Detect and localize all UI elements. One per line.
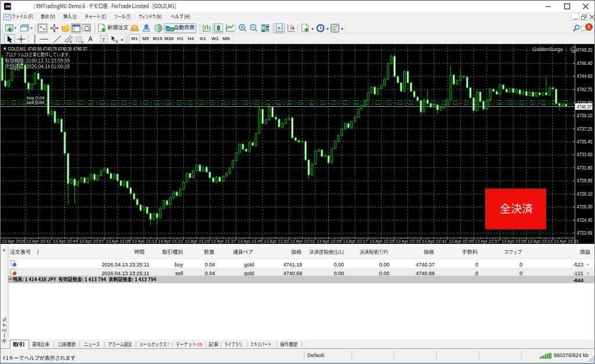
- svg-text:4744.60: 4744.60: [577, 74, 593, 79]
- svg-text:13 Apr 21:05: 13 Apr 21:05: [106, 239, 131, 244]
- svg-text:4729.95: 4729.95: [577, 178, 593, 183]
- svg-text:13 Apr 20:41: 13 Apr 20:41: [26, 239, 51, 244]
- svg-text:4726.30: 4726.30: [577, 204, 593, 210]
- svg-text:13 Apr 2026: 13 Apr 2026: [2, 239, 26, 244]
- svg-text:4722.65: 4722.65: [577, 230, 593, 236]
- svg-text:4742.75: 4742.75: [577, 87, 593, 92]
- svg-text:4724.45: 4724.45: [577, 218, 593, 223]
- svg-text:T: T: [102, 37, 106, 43]
- svg-text:13 Apr 23:05: 13 Apr 23:05: [501, 239, 526, 244]
- svg-text:13 Apr 21:53: 13 Apr 21:53: [264, 239, 289, 244]
- svg-text:4735.45: 4735.45: [577, 139, 593, 145]
- svg-text:13 Apr 22:09: 13 Apr 22:09: [317, 239, 342, 244]
- svg-text:F: F: [81, 41, 84, 44]
- svg-text:13 Apr 22:33: 13 Apr 22:33: [396, 239, 421, 244]
- svg-text:4739.10: 4739.10: [577, 113, 593, 118]
- svg-text:13 Apr 21:29: 13 Apr 21:29: [185, 239, 210, 244]
- svg-text:13 Apr 22:17: 13 Apr 22:17: [343, 239, 368, 244]
- svg-text:13 Apr 20:49: 13 Apr 20:49: [53, 239, 78, 244]
- svg-text:13 Apr 20:57: 13 Apr 20:57: [79, 239, 104, 244]
- svg-text:13 Apr 22:49: 13 Apr 22:49: [449, 239, 474, 244]
- svg-text:13 Apr 22:25: 13 Apr 22:25: [370, 239, 395, 244]
- svg-text:13 Apr 22:57: 13 Apr 22:57: [475, 239, 500, 244]
- svg-text:13 Apr 23:21: 13 Apr 23:21: [554, 239, 579, 244]
- svg-text:4731.80: 4731.80: [577, 165, 593, 171]
- svg-text:13 Apr 23:13: 13 Apr 23:13: [528, 239, 553, 244]
- svg-text:4748.25: 4748.25: [577, 48, 593, 53]
- svg-text:13 Apr 21:45: 13 Apr 21:45: [238, 239, 263, 244]
- svg-text:13 Apr 22:01: 13 Apr 22:01: [290, 239, 315, 244]
- svg-text:13 Apr 21:37: 13 Apr 21:37: [211, 239, 236, 244]
- svg-text:4737.25: 4737.25: [577, 127, 593, 132]
- svg-text:4740.37: 4740.37: [577, 104, 592, 110]
- svg-text:13 Apr 22:41: 13 Apr 22:41: [422, 239, 447, 244]
- svg-text:E: E: [70, 40, 72, 44]
- svg-text:13 Apr 21:21: 13 Apr 21:21: [158, 239, 183, 244]
- svg-text:4728.10: 4728.10: [577, 192, 593, 197]
- svg-text:4746.40: 4746.40: [577, 61, 593, 66]
- svg-text:13 Apr 21:13: 13 Apr 21:13: [132, 239, 157, 244]
- svg-text:4733.60: 4733.60: [577, 152, 593, 157]
